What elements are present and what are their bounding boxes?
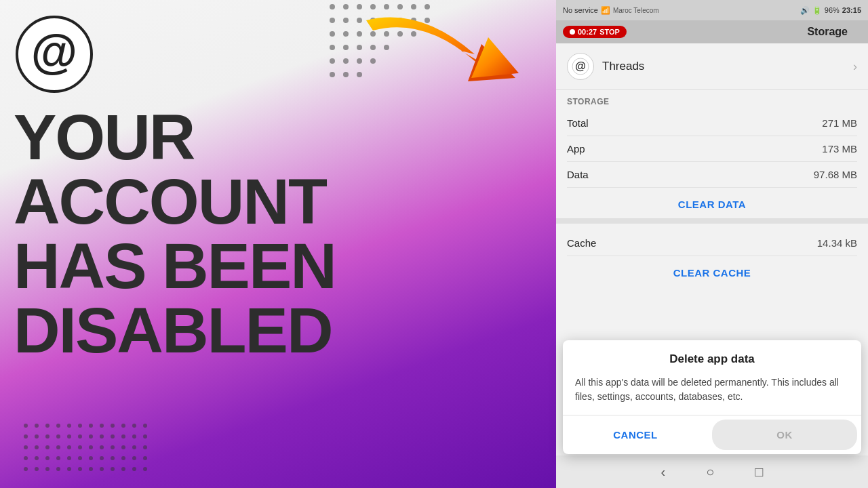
svg-point-97	[132, 467, 136, 471]
dot-pattern-bottom	[20, 420, 156, 474]
svg-point-68	[78, 445, 82, 449]
svg-point-35	[343, 72, 349, 77]
svg-point-98	[143, 467, 147, 471]
svg-point-5	[370, 4, 376, 9]
svg-point-12	[357, 18, 362, 23]
svg-point-7	[397, 4, 403, 9]
battery-percent: 96%	[825, 6, 840, 14]
delete-dialog: Delete app data All this app's data will…	[563, 340, 861, 454]
app-storage-label: App	[567, 143, 585, 155]
timer-display: 00:27	[578, 28, 597, 36]
svg-point-33	[370, 58, 376, 64]
clear-cache-button[interactable]: CLEAR CACHE	[556, 259, 868, 287]
total-label: Total	[567, 117, 589, 129]
svg-point-28	[370, 45, 376, 50]
svg-point-90	[56, 467, 60, 471]
svg-point-66	[56, 445, 60, 449]
wifi-icon: 🔊	[800, 6, 810, 15]
operator-text: Maroc Telecom	[613, 7, 659, 14]
svg-point-84	[121, 456, 125, 460]
svg-point-43	[67, 424, 71, 428]
svg-point-18	[330, 31, 335, 37]
ok-button[interactable]: OK	[712, 420, 857, 450]
svg-point-89	[45, 467, 50, 471]
svg-point-45	[89, 424, 93, 428]
total-value: 271 MB	[822, 117, 857, 129]
svg-point-8	[411, 4, 416, 9]
svg-point-52	[35, 434, 39, 439]
svg-point-74	[143, 445, 147, 449]
svg-point-78	[56, 456, 60, 460]
svg-point-57	[89, 434, 93, 439]
cache-value: 14.34 kB	[817, 237, 857, 249]
dialog-title: Delete app data	[563, 340, 861, 373]
svg-point-51	[24, 434, 28, 439]
app-row[interactable]: @ Threads ›	[556, 43, 868, 90]
svg-point-34	[330, 72, 335, 77]
svg-point-96	[121, 467, 125, 471]
clear-data-button[interactable]: CLEAR DATA	[556, 190, 868, 218]
home-button[interactable]: ○	[706, 464, 714, 480]
svg-point-63	[24, 445, 28, 449]
app-name: Threads	[602, 60, 853, 73]
cancel-button[interactable]: CANCEL	[563, 415, 708, 454]
svg-point-24	[411, 31, 416, 37]
carrier-text: No service	[563, 6, 598, 14]
app-storage-value: 173 MB	[822, 143, 857, 155]
svg-point-26	[343, 45, 349, 50]
svg-point-56	[78, 434, 82, 439]
svg-point-27	[357, 45, 362, 50]
storage-section: STORAGE Total 271 MB App 173 MB Data 97.…	[556, 90, 868, 190]
svg-point-93	[89, 467, 93, 471]
svg-point-47	[111, 424, 115, 428]
svg-point-70	[100, 445, 104, 449]
rec-dot	[570, 29, 575, 35]
stop-label: STOP	[599, 28, 620, 36]
svg-point-39	[24, 424, 28, 428]
svg-point-9	[425, 4, 430, 9]
svg-point-94	[100, 467, 104, 471]
svg-point-23	[397, 31, 403, 37]
svg-point-64	[35, 445, 39, 449]
data-value: 97.68 MB	[814, 169, 857, 180]
signal-icon: 📶	[601, 6, 610, 15]
svg-point-55	[67, 434, 71, 439]
svg-point-17	[425, 18, 430, 23]
svg-point-76	[35, 456, 39, 460]
back-button[interactable]: ‹	[661, 464, 666, 480]
svg-point-32	[357, 58, 362, 64]
battery-icon: 🔋	[812, 6, 822, 15]
screen-title: Storage	[807, 26, 848, 38]
left-panel: @	[0, 0, 556, 488]
svg-point-25	[330, 45, 335, 50]
app-icon: @	[567, 53, 594, 80]
svg-point-29	[384, 45, 389, 50]
svg-point-88	[35, 467, 39, 471]
svg-point-44	[78, 424, 82, 428]
svg-point-87	[24, 467, 28, 471]
svg-point-80	[78, 456, 82, 460]
svg-point-92	[78, 467, 82, 471]
svg-point-41	[45, 424, 50, 428]
svg-point-4	[357, 4, 362, 9]
svg-point-75	[24, 456, 28, 460]
status-right: 🔊 🔋 96% 23:15	[800, 6, 861, 15]
svg-point-73	[132, 445, 136, 449]
svg-text:@: @	[575, 60, 586, 72]
svg-point-95	[111, 467, 115, 471]
svg-point-72	[121, 445, 125, 449]
svg-point-19	[343, 31, 349, 37]
status-bar: No service 📶 Maroc Telecom 🔊 🔋 96% 23:15	[556, 0, 868, 20]
svg-text:@: @	[31, 25, 77, 78]
svg-point-91	[67, 467, 71, 471]
time-display: 23:15	[842, 6, 861, 14]
svg-point-3	[343, 4, 349, 9]
headline: YOUR ACCOUNT HAS BEEN DISABLED	[14, 105, 488, 363]
svg-point-59	[111, 434, 115, 439]
svg-point-40	[35, 424, 39, 428]
data-row: Data 97.68 MB	[567, 162, 857, 188]
svg-point-67	[67, 445, 71, 449]
svg-point-20	[357, 31, 362, 37]
storage-section-label: STORAGE	[567, 97, 857, 106]
recents-button[interactable]: □	[755, 464, 763, 480]
